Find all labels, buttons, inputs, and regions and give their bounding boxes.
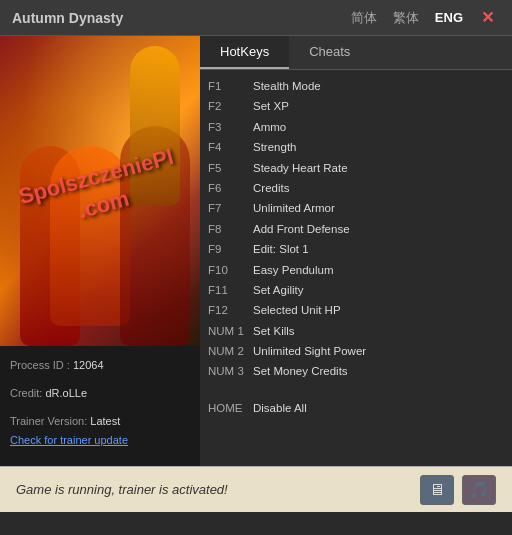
- lang-traditional[interactable]: 繁体: [389, 7, 423, 29]
- credit-label: Credit:: [10, 387, 45, 399]
- hotkey-key: F10: [208, 261, 253, 279]
- hotkey-key: F2: [208, 97, 253, 115]
- hotkey-key: NUM 3: [208, 362, 253, 380]
- hotkey-row: NUM 2Unlimited Sight Power: [208, 341, 504, 361]
- hotkey-action: Selected Unit HP: [253, 301, 341, 319]
- hotkey-action: Ammo: [253, 118, 286, 136]
- app-title: Autumn Dynasty: [12, 10, 123, 26]
- trainer-value: Latest: [90, 415, 120, 427]
- process-value: 12064: [73, 359, 104, 371]
- hotkey-action: Edit: Slot 1: [253, 240, 309, 258]
- hotkey-row: F7Unlimited Armor: [208, 198, 504, 218]
- hotkey-action: Add Front Defense: [253, 220, 350, 238]
- hotkey-key: F7: [208, 199, 253, 217]
- hotkey-row: F8Add Front Defense: [208, 219, 504, 239]
- close-button[interactable]: ✕: [475, 6, 500, 29]
- hotkey-key: F11: [208, 281, 253, 299]
- hotkey-key: F3: [208, 118, 253, 136]
- hotkey-key: F4: [208, 138, 253, 156]
- trainer-label: Trainer Version:: [10, 415, 90, 427]
- right-panel: HotKeys Cheats F1Stealth ModeF2Set XPF3A…: [200, 36, 512, 466]
- process-label: Process ID :: [10, 359, 73, 371]
- title-bar: Autumn Dynasty 简体 繁体 ENG ✕: [0, 0, 512, 36]
- hotkey-action: Unlimited Armor: [253, 199, 335, 217]
- hotkey-row: F12Selected Unit HP: [208, 300, 504, 320]
- hotkey-row: NUM 1Set Kills: [208, 321, 504, 341]
- left-panel: SpolszczeniePl.com Process ID : 12064 Cr…: [0, 36, 200, 466]
- hotkey-key: F8: [208, 220, 253, 238]
- hotkeys-list: F1Stealth ModeF2Set XPF3AmmoF4StrengthF5…: [200, 70, 512, 466]
- tabs: HotKeys Cheats: [200, 36, 512, 70]
- hotkey-action: Unlimited Sight Power: [253, 342, 366, 360]
- hotkey-key: F12: [208, 301, 253, 319]
- hotkey-row: F11Set Agility: [208, 280, 504, 300]
- hotkey-row: F3Ammo: [208, 117, 504, 137]
- status-bar: Game is running, trainer is activated! 🖥…: [0, 466, 512, 512]
- game-image: SpolszczeniePl.com: [0, 36, 200, 346]
- hotkey-row: F5Steady Heart Rate: [208, 158, 504, 178]
- tab-hotkeys[interactable]: HotKeys: [200, 36, 289, 69]
- hotkey-action: Credits: [253, 179, 289, 197]
- hotkey-home-row: HOMEDisable All: [208, 398, 504, 418]
- hotkey-key: F5: [208, 159, 253, 177]
- hotkey-key: F9: [208, 240, 253, 258]
- credit-value: dR.oLLe: [45, 387, 87, 399]
- credit-row: Credit: dR.oLLe: [10, 384, 190, 404]
- hotkey-action: Stealth Mode: [253, 77, 321, 95]
- update-link[interactable]: Check for trainer update: [10, 431, 190, 451]
- lang-area: 简体 繁体 ENG ✕: [347, 6, 500, 29]
- status-text: Game is running, trainer is activated!: [16, 482, 228, 497]
- hotkey-row: NUM 3Set Money Credits: [208, 361, 504, 381]
- hotkey-action: Strength: [253, 138, 296, 156]
- hotkey-row: F4Strength: [208, 137, 504, 157]
- hotkey-row: F9Edit: Slot 1: [208, 239, 504, 259]
- hotkey-key: NUM 2: [208, 342, 253, 360]
- info-area: Process ID : 12064 Credit: dR.oLLe Train…: [0, 346, 200, 461]
- hotkey-action: Set Kills: [253, 322, 295, 340]
- trainer-version-row: Trainer Version: Latest: [10, 412, 190, 432]
- status-icons: 🖥 🎵: [420, 475, 496, 505]
- hotkey-action: Steady Heart Rate: [253, 159, 348, 177]
- process-id-row: Process ID : 12064: [10, 356, 190, 376]
- lang-simplified[interactable]: 简体: [347, 7, 381, 29]
- hotkey-row: F2Set XP: [208, 96, 504, 116]
- hotkey-action: Set XP: [253, 97, 289, 115]
- tab-cheats[interactable]: Cheats: [289, 36, 370, 69]
- hotkey-row: F6Credits: [208, 178, 504, 198]
- hotkey-action: Set Money Credits: [253, 362, 348, 380]
- hotkey-action: Disable All: [253, 399, 307, 417]
- hotkey-action: Set Agility: [253, 281, 304, 299]
- hotkey-action: Easy Pendulum: [253, 261, 334, 279]
- hotkey-row: F1Stealth Mode: [208, 76, 504, 96]
- lang-english[interactable]: ENG: [431, 8, 467, 27]
- hotkey-key: HOME: [208, 399, 253, 417]
- hotkey-key: F1: [208, 77, 253, 95]
- hotkey-key: NUM 1: [208, 322, 253, 340]
- music-button[interactable]: 🎵: [462, 475, 496, 505]
- monitor-button[interactable]: 🖥: [420, 475, 454, 505]
- hotkey-row: F10Easy Pendulum: [208, 260, 504, 280]
- hotkey-key: F6: [208, 179, 253, 197]
- main-area: SpolszczeniePl.com Process ID : 12064 Cr…: [0, 36, 512, 466]
